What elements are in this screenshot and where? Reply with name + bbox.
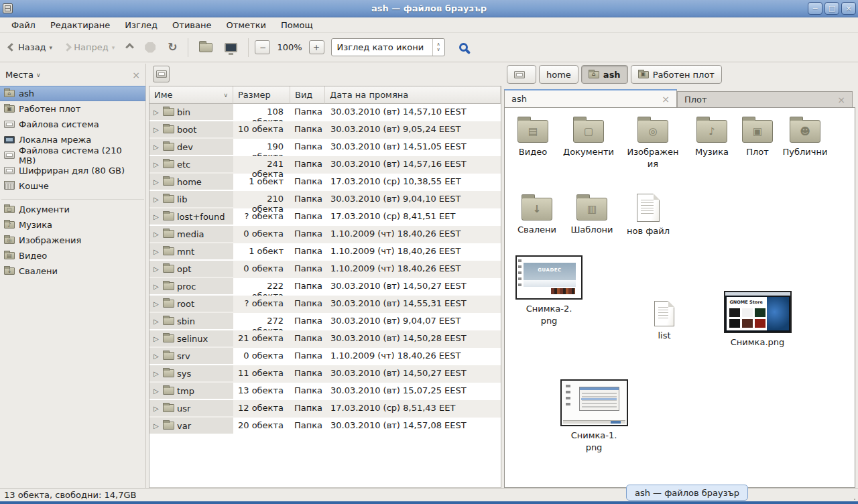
column-header-name[interactable]: Име∨: [149, 86, 233, 104]
tree-row[interactable]: ▷ opt 0 обекта Папка 1.10.2009 (чт) 18,4…: [149, 261, 501, 278]
menu-item[interactable]: Файл: [4, 19, 43, 32]
expander-icon[interactable]: ▷: [154, 300, 160, 308]
sidebar-item[interactable]: Файлова система: [0, 117, 145, 132]
sidebar-item[interactable]: Видео: [0, 248, 145, 263]
sidebar-item[interactable]: Свалени: [0, 263, 145, 279]
icon-view-item[interactable]: list: [636, 301, 692, 342]
icon-view-item[interactable]: Документи: [560, 116, 617, 158]
tree-row[interactable]: ▷ lost+found ? обекта Папка 17.03.2010 (…: [149, 208, 501, 226]
icon-view-item[interactable]: Снимка.png: [721, 291, 794, 349]
menu-item[interactable]: Отметки: [219, 19, 273, 32]
expander-icon[interactable]: ▷: [154, 143, 160, 151]
minimize-button[interactable]: −: [808, 2, 822, 15]
resize-grip[interactable]: [854, 499, 855, 500]
tree-root-button[interactable]: [153, 66, 170, 82]
expander-icon[interactable]: ▷: [154, 405, 160, 412]
back-button[interactable]: Назад ▾: [4, 39, 57, 56]
tree-row[interactable]: ▷ tmp 13 обекта Папка 30.03.2010 (вт) 15…: [149, 383, 501, 400]
expander-icon[interactable]: ▷: [154, 370, 160, 377]
tree-row[interactable]: ▷ boot 10 обекта Папка 30.03.2010 (вт) 9…: [149, 121, 501, 139]
column-header-size[interactable]: Размер: [233, 86, 290, 104]
sidebar-item[interactable]: Изображения: [0, 233, 145, 248]
expander-icon[interactable]: ▷: [154, 213, 160, 220]
expander-icon[interactable]: ▷: [154, 335, 160, 342]
up-button[interactable]: [122, 41, 137, 54]
icon-view-item[interactable]: нов файл: [620, 194, 676, 237]
tree-row[interactable]: ▷ lib 210 обекта Папка 30.03.2010 (вт) 9…: [149, 191, 501, 208]
expander-icon[interactable]: ▷: [154, 178, 160, 186]
icon-view-item[interactable]: Снимка-2. png: [512, 255, 586, 326]
menu-item[interactable]: Редактиране: [43, 19, 117, 32]
tree-row[interactable]: ▷ root ? обекта Папка 30.03.2010 (вт) 14…: [149, 296, 501, 313]
sidebar-item[interactable]: ash: [0, 86, 145, 101]
icon-view-item[interactable]: Шаблони: [564, 194, 620, 236]
expander-icon[interactable]: ▷: [154, 231, 160, 238]
breadcrumb-button[interactable]: home: [539, 65, 578, 84]
expander-icon[interactable]: ▷: [154, 161, 160, 168]
tree-row[interactable]: ▷ media 0 обекта Папка 1.10.2009 (чт) 18…: [149, 226, 501, 243]
menu-item[interactable]: Изглед: [117, 19, 165, 32]
column-header-type[interactable]: Вид: [290, 86, 325, 104]
tree-row[interactable]: ▷ proc 222 обекта Папка 30.03.2010 (вт) …: [149, 278, 501, 296]
tab-plot[interactable]: Плот ×: [677, 91, 853, 107]
sidebar-item[interactable]: Файлова система (210 MB): [0, 147, 145, 163]
sidebar-item[interactable]: Кошче: [0, 178, 145, 194]
expander-icon[interactable]: ▷: [154, 283, 160, 290]
expander-icon[interactable]: ▷: [154, 353, 160, 360]
sidebar-item[interactable]: Документи: [0, 202, 145, 217]
tree-row[interactable]: ▷ srv 0 обекта Папка 1.10.2009 (чт) 18,4…: [149, 348, 501, 365]
breadcrumb-button[interactable]: [507, 65, 536, 84]
icon-view-item[interactable]: Свалени: [509, 194, 565, 236]
icon-view-item[interactable]: Публични: [777, 116, 833, 158]
zoom-out-button[interactable]: −: [255, 40, 270, 54]
tab-close-icon[interactable]: ×: [837, 94, 845, 105]
close-button[interactable]: ×: [841, 2, 856, 15]
tree-row[interactable]: ▷ etc 241 обекта Папка 30.03.2010 (вт) 1…: [149, 156, 501, 174]
expander-icon[interactable]: ▷: [154, 387, 160, 395]
tree-row[interactable]: ▷ sys 11 обекта Папка 30.03.2010 (вт) 14…: [149, 365, 501, 383]
tree-row[interactable]: ▷ selinux 21 обекта Папка 30.03.2010 (вт…: [149, 330, 501, 348]
breadcrumb-button[interactable]: Работен плот: [631, 65, 722, 84]
sidebar-item[interactable]: Музика: [0, 217, 145, 233]
expander-icon[interactable]: ▷: [154, 422, 160, 430]
home-button[interactable]: [194, 40, 217, 56]
expander-icon[interactable]: ▷: [154, 196, 160, 203]
menu-item[interactable]: Отиване: [165, 19, 219, 32]
menu-item[interactable]: Помощ: [273, 19, 320, 32]
spinner-icon[interactable]: ∧∨: [432, 39, 444, 56]
forward-button[interactable]: Напред ▾: [60, 39, 119, 56]
tree-row[interactable]: ▷ dev 190 обекта Папка 30.03.2010 (вт) 1…: [149, 139, 501, 156]
reload-button[interactable]: ↻: [163, 38, 182, 56]
search-button[interactable]: [448, 40, 473, 55]
view-mode-select[interactable]: Изглед като икони ∧∨: [331, 38, 445, 56]
tree-row[interactable]: ▷ var 20 обекта Папка 30.03.2010 (вт) 14…: [149, 418, 501, 435]
icon-view-item[interactable]: Изображен ия: [625, 116, 681, 170]
icon-view[interactable]: Видео Документи Изображен ия Муз: [504, 107, 855, 488]
sidebar-item[interactable]: Работен плот: [0, 101, 145, 117]
tab-ash[interactable]: ash ×: [504, 89, 677, 107]
zoom-in-button[interactable]: +: [309, 40, 324, 54]
tree-row[interactable]: ▷ bin 108 обекта Папка 30.03.2010 (вт) 1…: [149, 104, 501, 121]
expander-icon[interactable]: ▷: [154, 318, 160, 325]
expander-icon[interactable]: ▷: [154, 109, 160, 116]
expander-icon[interactable]: ▷: [154, 265, 160, 273]
expander-icon[interactable]: ▷: [154, 248, 160, 255]
back-dropdown-icon[interactable]: ▾: [50, 44, 53, 51]
icon-view-item[interactable]: Снимка-1. png: [557, 379, 631, 453]
sidebar-item[interactable]: Шифриран дял (80 GB): [0, 163, 145, 178]
expander-icon[interactable]: ▷: [154, 126, 160, 133]
tree-row[interactable]: ▷ home 1 обект Папка 17.03.2010 (ср) 10,…: [149, 174, 501, 191]
computer-button[interactable]: [220, 40, 242, 56]
stop-button[interactable]: [140, 39, 160, 56]
folder-icon: [163, 265, 174, 273]
icon-view-item[interactable]: Видео: [505, 116, 561, 158]
tree-row[interactable]: ▷ mnt 1 обект Папка 1.10.2009 (чт) 18,40…: [149, 243, 501, 261]
column-header-date[interactable]: Дата на промяна: [325, 86, 501, 104]
tree-row[interactable]: ▷ sbin 272 обекта Папка 30.03.2010 (вт) …: [149, 313, 501, 330]
tree-row[interactable]: ▷ usr 12 обекта Папка 17.03.2010 (ср) 8,…: [149, 400, 501, 418]
sidebar-close-icon[interactable]: ×: [132, 70, 140, 80]
breadcrumb-button[interactable]: ash: [581, 65, 628, 84]
tab-close-icon[interactable]: ×: [662, 94, 670, 105]
maximize-button[interactable]: □: [824, 2, 839, 15]
sidebar-title[interactable]: Места: [5, 70, 34, 80]
